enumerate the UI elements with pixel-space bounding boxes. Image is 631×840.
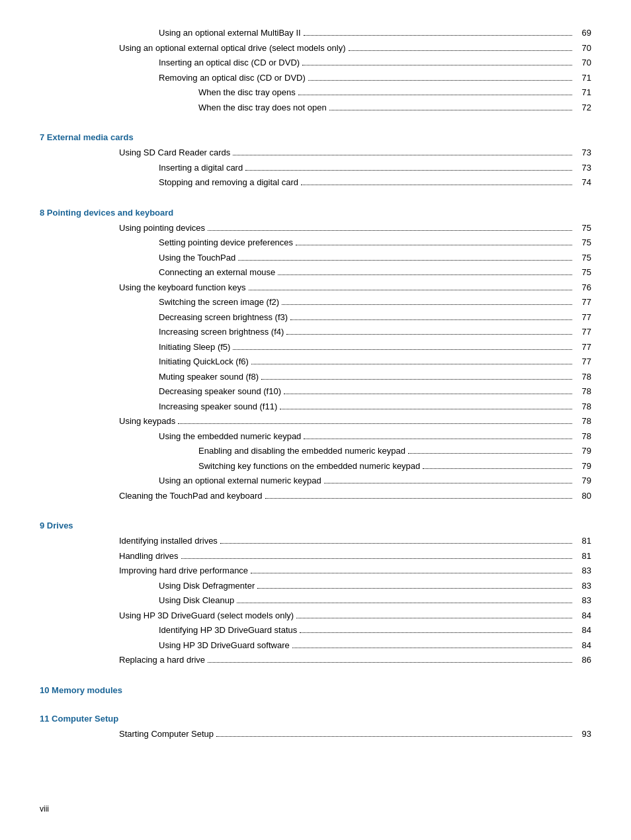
toc-row: When the disc tray does not open 72 [40,101,591,114]
toc-row: Using Disk Cleanup 83 [40,594,591,607]
toc-row: Using Disk Defragmenter 83 [40,579,591,593]
section-7-group: 7 External media cards Using SD Card Rea… [40,132,591,189]
toc-row: Replacing a hard drive 86 [40,653,591,667]
toc-row: Using the keyboard function keys 76 [40,281,591,294]
section-9-heading: 9 Drives [40,521,591,530]
toc-row: Setting pointing device preferences 75 [40,236,591,249]
toc-row: Using an optional external optical drive… [40,42,591,55]
toc-row: Enabling and disabling the embedded nume… [40,444,591,458]
section-10-group: 10 Memory modules [40,685,591,695]
toc-row: Switching the screen image (f2) 77 [40,296,591,309]
page-footer: viii [40,804,49,814]
toc-row: Decreasing speaker sound (f10) 78 [40,385,591,398]
toc-row: Cleaning the TouchPad and keyboard 80 [40,489,591,503]
toc-row: Using HP 3D DriveGuard (select models on… [40,609,591,622]
toc-row: Using pointing devices 75 [40,222,591,235]
section-8-heading: 8 Pointing devices and keyboard [40,208,591,218]
toc-row: Identifying installed drives 81 [40,534,591,548]
toc-row: Inserting a digital card 73 [40,161,591,175]
toc-row: Decreasing screen brightness (f3) 77 [40,311,591,324]
toc-row: Connecting an external mouse 75 [40,266,591,279]
toc-row: Starting Computer Setup 93 [40,728,591,741]
toc-row: When the disc tray opens 71 [40,86,591,99]
toc-row: Handling drives 81 [40,550,591,563]
toc-container: Using an optional external MultiBay II 6… [40,26,591,740]
toc-row: Stopping and removing a digital card 74 [40,176,591,189]
toc-row: Using SD Card Reader cards 73 [40,146,591,159]
section-9-group: 9 Drives Identifying installed drives 81… [40,521,591,667]
toc-row: Switching key functions on the embedded … [40,460,591,473]
toc-row: Removing an optical disc (CD or DVD) 71 [40,71,591,85]
section-11-heading: 11 Computer Setup [40,714,591,724]
toc-row: Inserting an optical disc (CD or DVD) 70 [40,56,591,69]
toc-row: Using an optional external MultiBay II 6… [40,26,591,40]
toc-row: Initiating Sleep (f5) 77 [40,341,591,354]
toc-row: Increasing screen brightness (f4) 77 [40,325,591,339]
toc-row: Using the TouchPad 75 [40,251,591,265]
toc-row: Using keypads 78 [40,415,591,428]
toc-row: Increasing speaker sound (f11) 78 [40,400,591,413]
toc-row: Initiating QuickLock (f6) 77 [40,355,591,368]
section-10-heading: 10 Memory modules [40,685,591,695]
toc-row: Using HP 3D DriveGuard software 84 [40,639,591,652]
section-11-group: 11 Computer Setup Starting Computer Setu… [40,714,591,741]
toc-row: Muting speaker sound (f8) 78 [40,370,591,384]
toc-row: Using the embedded numeric keypad 78 [40,430,591,443]
toc-row: Improving hard drive performance 83 [40,564,591,577]
section-8-group: 8 Pointing devices and keyboard Using po… [40,208,591,503]
top-entries-group: Using an optional external MultiBay II 6… [40,26,591,114]
toc-row: Using an optional external numeric keypa… [40,474,591,487]
toc-row: Identifying HP 3D DriveGuard status 84 [40,624,591,637]
section-7-heading: 7 External media cards [40,132,591,142]
